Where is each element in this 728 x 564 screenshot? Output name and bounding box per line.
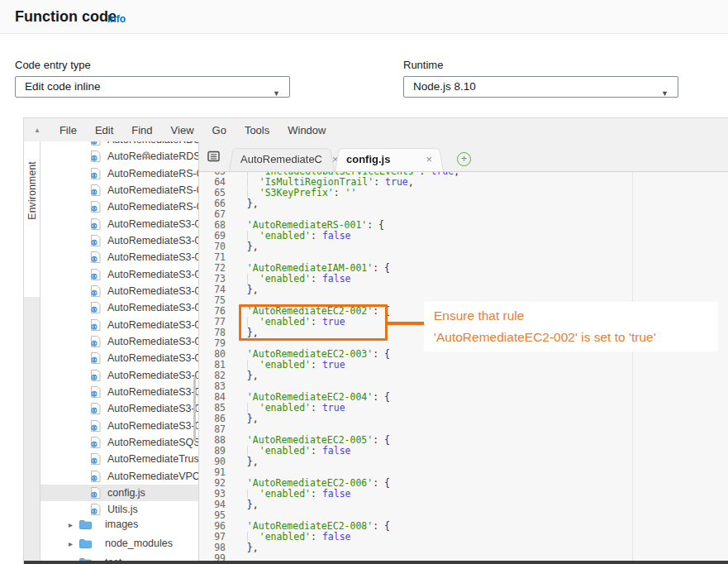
tree-item-autoremediaters-02[interactable]: AutoRemediateRS-02: [40, 198, 198, 215]
code-line-81[interactable]: 81 'enabled': true: [199, 360, 728, 370]
code-line-99[interactable]: 99: [199, 553, 728, 561]
code-file-icon: [90, 218, 101, 230]
code-line-89[interactable]: 89 'enabled': false: [199, 446, 728, 456]
annotation-callout: Ensure that rule 'AutoRemediateEC2-002' …: [424, 302, 718, 351]
code-line-94[interactable]: 94 },: [199, 499, 728, 510]
code-line-65[interactable]: 65 'S3KeyPrefix': '': [199, 188, 728, 198]
tree-item-autoremediaterds-0[interactable]: AutoRemediateRDS-0: [40, 141, 198, 148]
info-link[interactable]: Info: [107, 13, 126, 25]
tree-item-autoremediaters-00[interactable]: AutoRemediateRS-00: [40, 165, 198, 182]
code-line-69[interactable]: 69 'enabled': false: [199, 231, 728, 241]
code-line-text: },: [236, 413, 259, 424]
tree-folder-label: node_modules: [105, 538, 173, 549]
code-line-73[interactable]: 73 'enabled': false: [199, 274, 728, 284]
chevron-right-icon: ▸: [69, 539, 79, 548]
code-line-90[interactable]: 90 },: [199, 456, 728, 467]
runtime-value: Node.js 8.10: [413, 80, 476, 93]
chevron-right-icon: ▸: [69, 520, 79, 529]
menu-item-window[interactable]: Window: [278, 124, 335, 136]
annotation-highlight-box: [239, 304, 388, 341]
code-file-icon: [90, 319, 101, 331]
code-line-93[interactable]: 93 'enabled': false: [199, 489, 728, 499]
tab-bar: AutoRemediateC × config.js × +: [199, 141, 728, 172]
folder-icon: [79, 538, 92, 548]
tree-item-config-js[interactable]: config.js: [40, 485, 198, 501]
code-entry-type-select[interactable]: Edit code inline ▼: [15, 76, 290, 98]
tree-item-autoremediates3-00[interactable]: AutoRemediateS3-00: [40, 299, 198, 316]
tree-item-label: AutoRemediateSQS-0: [107, 437, 198, 448]
code-entry-type-value: Edit code inline: [25, 80, 101, 93]
menu-item-go[interactable]: Go: [203, 124, 236, 136]
code-file-icon: [90, 453, 101, 465]
tree-folder-node-modules[interactable]: ▸node_modules: [40, 535, 198, 552]
tree-folder-images[interactable]: ▸images: [40, 516, 198, 533]
code-editor-content[interactable]: 63 'IncludeGlobalServiceEvents': true,64…: [199, 172, 728, 561]
tree-item-label: AutoRemediateVPC-0: [107, 471, 198, 482]
code-line-85[interactable]: 85 'enabled': true: [199, 403, 728, 413]
code-file-icon: [90, 302, 101, 313]
code-line-66[interactable]: 66 },: [199, 198, 728, 209]
code-line-70[interactable]: 70 },: [199, 241, 728, 252]
menu-item-edit[interactable]: Edit: [86, 124, 122, 136]
code-file-icon: [90, 168, 101, 179]
code-line-98[interactable]: 98 },: [199, 542, 728, 553]
tree-item-autoremediaters-01[interactable]: AutoRemediateRS-01: [40, 182, 198, 198]
code-file-icon: [90, 151, 101, 162]
tree-folder-test[interactable]: ▸test: [40, 554, 198, 561]
tree-scrollbar[interactable]: [193, 377, 196, 442]
tab-label: config.js: [346, 153, 390, 165]
tree-item-autoremediates3-00[interactable]: AutoRemediateS3-00: [40, 350, 198, 366]
tree-item-label: AutoRemediateS3-00: [107, 352, 198, 364]
code-file-icon: [90, 420, 101, 432]
tree-item-autoremediates3-00[interactable]: AutoRemediateS3-00: [40, 317, 198, 333]
tree-item-autoremediatevpc-0[interactable]: AutoRemediateVPC-0: [40, 468, 198, 485]
tree-item-autoremediates3-00[interactable]: AutoRemediateS3-00: [40, 283, 198, 299]
tree-item-autoremediatetruste[interactable]: AutoRemediateTruste: [40, 451, 198, 467]
menu-item-tools[interactable]: Tools: [236, 124, 278, 136]
code-line-97[interactable]: 97 'enabled': false: [199, 532, 728, 542]
menu-item-file[interactable]: File: [50, 124, 86, 136]
code-line-74[interactable]: 74 },: [199, 284, 728, 295]
code-file-icon: [90, 487, 101, 499]
code-editor: ▲ FileEditFindViewGoToolsWindow Environm…: [23, 117, 728, 564]
tree-item-autoremediates3-01[interactable]: AutoRemediateS3-01: [40, 367, 198, 384]
menu-item-view[interactable]: View: [162, 124, 203, 136]
tree-item-autoremediatesqs-0[interactable]: AutoRemediateSQS-0: [40, 434, 198, 451]
code-line-text: },: [236, 284, 259, 295]
tree-item-autoremediates3-00[interactable]: AutoRemediateS3-00: [40, 216, 198, 232]
menu-item-find[interactable]: Find: [122, 124, 161, 136]
tree-item-label: AutoRemediateS3-00: [107, 302, 198, 313]
code-line-text: },: [236, 198, 259, 209]
line-number: 99: [199, 553, 226, 561]
close-icon[interactable]: ×: [426, 154, 432, 165]
tree-item-label: AutoRemediateRS-01: [107, 184, 198, 196]
tab-config-js[interactable]: config.js ×: [335, 146, 444, 171]
code-file-icon: [90, 352, 101, 364]
tree-item-autoremediaterds-0[interactable]: AutoRemediateRDS-0⚙: [40, 148, 198, 165]
tree-item-autoremediates3-00[interactable]: AutoRemediateS3-00: [40, 232, 198, 249]
code-file-icon: [90, 285, 101, 297]
tree-item-autoremediates3-00[interactable]: AutoRemediateS3-00: [40, 333, 198, 350]
function-code-panel: Function code Info Code entry type Runti…: [0, 0, 728, 564]
code-line-86[interactable]: 86 },: [199, 413, 728, 424]
code-file-icon: [90, 370, 101, 381]
collapse-panel-icon[interactable]: ▲: [34, 127, 40, 134]
add-tab-icon[interactable]: +: [457, 152, 471, 166]
tree-item-label: AutoRemediateS3-01: [107, 370, 198, 381]
page-title: Function code: [15, 8, 117, 26]
tab-list-icon[interactable]: [207, 151, 221, 165]
code-lines: 63 'IncludeGlobalServiceEvents': true,64…: [199, 172, 728, 561]
tree-item-autoremediates3-00[interactable]: AutoRemediateS3-00: [40, 266, 198, 283]
tree-item-autoremediates3-01[interactable]: AutoRemediateS3-01: [40, 384, 198, 400]
code-file-icon: [90, 504, 101, 515]
tree-item-autoremediates3-01[interactable]: AutoRemediateS3-01: [40, 400, 198, 417]
code-line-text: },: [236, 499, 259, 510]
tree-item-autoremediates3-00[interactable]: AutoRemediateS3-00: [40, 249, 198, 265]
code-line-82[interactable]: 82 },: [199, 370, 728, 381]
tree-item-label: AutoRemediateS3-00: [107, 336, 198, 347]
tree-item-autoremediates3-01[interactable]: AutoRemediateS3-01: [40, 418, 198, 434]
runtime-select[interactable]: Node.js 8.10 ▼: [403, 76, 678, 98]
tab-autoremediatec[interactable]: AutoRemediateC ×: [229, 146, 335, 171]
file-tree: AutoRemediateRDS-0AutoRemediateRDS-0⚙Aut…: [40, 141, 199, 561]
code-file-icon: [90, 386, 101, 398]
